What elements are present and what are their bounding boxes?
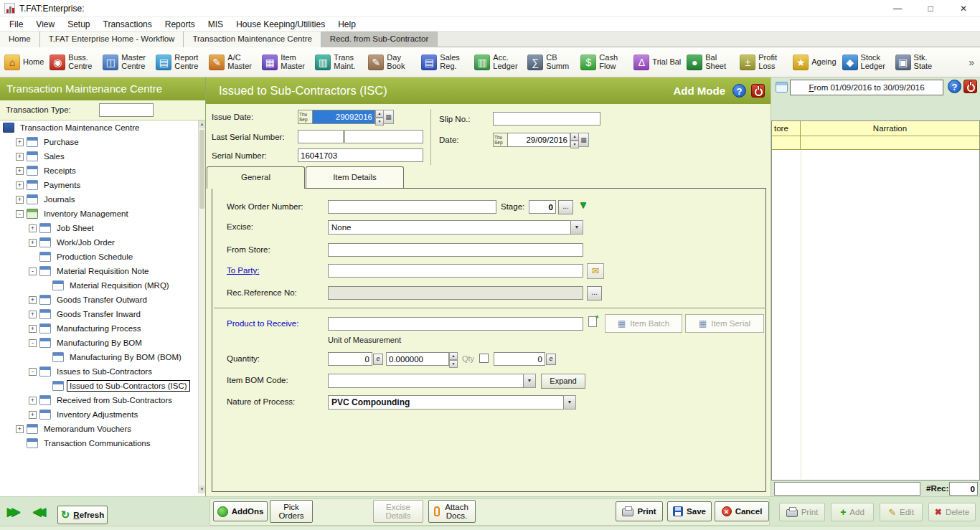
tree-item-work-job-order[interactable]: +Work/Job Order: [0, 235, 198, 250]
add-button[interactable]: + Add: [831, 503, 874, 521]
expand-icon[interactable]: +: [16, 167, 24, 175]
last-serial-input-1[interactable]: [298, 130, 344, 143]
collapse-icon[interactable]: -: [16, 210, 24, 218]
calendar-picker-icon[interactable]: ▦: [384, 110, 394, 124]
date-input[interactable]: [507, 133, 570, 147]
tree-item-issues-to-sub-contractors[interactable]: -Issues to Sub-Contractors: [0, 364, 198, 379]
alt-quantity-e-button[interactable]: e: [546, 354, 556, 365]
column-header-narration[interactable]: Narration: [801, 121, 979, 136]
mail-icon[interactable]: ✉: [587, 263, 604, 279]
expand-icon[interactable]: +: [29, 239, 37, 247]
expand-icon[interactable]: +: [16, 138, 24, 146]
tree-item-manufacturing-by-bom[interactable]: -Manufacturing By BOM: [0, 336, 198, 350]
maximize-button[interactable]: □: [914, 0, 947, 17]
item-batch-button[interactable]: ▦ Item Batch: [605, 314, 682, 333]
toolbar-button-sales-reg[interactable]: ▤Sales Reg.: [418, 49, 471, 75]
expand-icon[interactable]: +: [29, 397, 37, 404]
toolbar-button-master-centre[interactable]: ◫Master Centre: [100, 49, 153, 75]
tree-scrollbar[interactable]: ▲ ▼: [198, 120, 205, 493]
toolbar-button-stock-ledger[interactable]: ◆Stock Ledger: [839, 49, 892, 75]
delete-button[interactable]: ✖ Delete: [928, 503, 976, 521]
collapse-icon[interactable]: -: [29, 268, 37, 275]
qty-checkbox[interactable]: [479, 354, 489, 363]
expand-icon[interactable]: +: [29, 224, 37, 232]
filter-cell[interactable]: [801, 136, 979, 149]
column-header-store[interactable]: tore: [772, 121, 801, 136]
new-document-icon[interactable]: [588, 316, 597, 327]
work-order-input[interactable]: [328, 200, 496, 214]
menu-item-view[interactable]: View: [29, 19, 61, 29]
tree-item-issued-to-sub-contractors-isc[interactable]: Issued to Sub-Contractors (ISC): [0, 379, 198, 393]
help-icon[interactable]: ?: [732, 84, 746, 98]
item-serial-button[interactable]: ▦ Item Serial: [685, 314, 764, 333]
menu-item-file[interactable]: File: [3, 19, 29, 29]
tree-item-journals[interactable]: +Journals: [0, 192, 198, 207]
stage-browse-button[interactable]: ...: [558, 200, 573, 214]
issue-date-spinner[interactable]: ▲▼: [375, 110, 384, 124]
addons-button[interactable]: AddOns: [213, 501, 268, 521]
rec-reference-browse-button[interactable]: ...: [587, 286, 602, 301]
expand-icon[interactable]: +: [16, 425, 24, 433]
menu-item-reports[interactable]: Reports: [159, 19, 202, 29]
view-tab-home[interactable]: Home: [0, 32, 40, 47]
chevron-down-icon[interactable]: ▼: [564, 395, 576, 410]
menu-item-house-keeping-utilities[interactable]: House Keeping/Utilities: [230, 19, 331, 29]
scroll-down-icon[interactable]: ▼: [199, 486, 205, 493]
expand-icon[interactable]: +: [29, 296, 37, 304]
tree-item-inventory-management[interactable]: -Inventory Management: [0, 207, 198, 221]
toolbar-button-ac-master[interactable]: ✎A/C Master: [206, 49, 259, 75]
tree-item-sales[interactable]: +Sales: [0, 149, 198, 164]
toolbar-button-trans-maint[interactable]: ▥Trans Maint.: [312, 49, 365, 75]
tree-item-purchase[interactable]: +Purchase: [0, 135, 198, 149]
date-range-icon[interactable]: [776, 82, 788, 93]
tree-item-receipts[interactable]: +Receipts: [0, 164, 198, 178]
expand-icon[interactable]: +: [16, 196, 24, 204]
close-button[interactable]: ✕: [947, 0, 980, 17]
toolbar-overflow-chevron[interactable]: »: [969, 57, 979, 68]
tree-item-material-requisition-mrq[interactable]: Material Requisition (MRQ): [0, 278, 198, 293]
toolbar-button-bal-sheet[interactable]: ●Bal Sheet: [684, 49, 737, 75]
expand-icon[interactable]: +: [16, 181, 24, 189]
tree-item-memorandum-vouchers[interactable]: +Memorandum Vouchers: [0, 422, 198, 436]
menu-item-help[interactable]: Help: [331, 19, 362, 29]
expand-icon[interactable]: +: [16, 153, 24, 161]
tree-item-received-from-sub-contractors[interactable]: +Received from Sub-Contractors: [0, 393, 198, 407]
collapse-icon[interactable]: -: [29, 339, 37, 347]
to-party-label[interactable]: To Party:: [227, 266, 259, 275]
toolbar-button-stk-state[interactable]: ▣Stk. State: [892, 49, 946, 75]
tree-item-transaction-maintenance-centre[interactable]: Transaction Maintenance Centre: [0, 120, 198, 135]
issue-date-input[interactable]: [312, 110, 375, 124]
calendar-picker-icon[interactable]: ▦: [579, 133, 589, 147]
rewind-icon[interactable]: ◀◀: [33, 505, 42, 518]
tree-item-payments[interactable]: +Payments: [0, 178, 198, 192]
uom-quantity-input[interactable]: [386, 352, 449, 366]
pick-orders-button[interactable]: Pick Orders: [270, 500, 313, 523]
expand-icon[interactable]: +: [29, 411, 37, 419]
toolbar-button-home[interactable]: ⌂Home: [1, 49, 47, 75]
product-to-receive-input[interactable]: [328, 317, 583, 331]
nature-of-process-dropdown[interactable]: PVC Compounding ▼: [328, 395, 576, 410]
stage-down-arrow-icon[interactable]: ▼: [578, 199, 588, 210]
from-store-input[interactable]: [328, 243, 583, 257]
date-spinner[interactable]: ▲▼: [570, 133, 579, 147]
expand-button[interactable]: Expand: [541, 374, 585, 389]
quantity-input[interactable]: [328, 352, 372, 366]
quantity-e-button[interactable]: e: [373, 354, 383, 365]
view-tab-t-fat-enterprise-home-workflow[interactable]: T.FAT Enterprise Home - Workflow: [40, 32, 184, 47]
slip-no-input[interactable]: [493, 112, 600, 126]
toolbar-button-day-book[interactable]: ✎Day Book: [365, 49, 418, 75]
print-button[interactable]: Print: [616, 501, 663, 521]
view-tab-recd-from-sub-contractor[interactable]: Recd. from Sub-Contractor: [321, 32, 438, 47]
toolbar-button-report-centre[interactable]: ▤Report Centre: [153, 49, 206, 75]
stage-input[interactable]: [529, 200, 556, 214]
filter-cell[interactable]: [772, 136, 801, 149]
toolbar-button-business-centre[interactable]: ◉Buss. Centre: [47, 49, 100, 75]
menu-item-transactions[interactable]: Transactions: [97, 19, 159, 29]
tab-general[interactable]: General: [207, 166, 305, 189]
serial-number-input[interactable]: [298, 148, 423, 162]
toolbar-button-ageing[interactable]: ★Ageing: [790, 49, 839, 75]
item-bom-dropdown[interactable]: ▼: [328, 374, 536, 388]
record-search-input[interactable]: [774, 482, 920, 496]
tree-item-inventory-adjustments[interactable]: +Inventory Adjustments: [0, 407, 198, 422]
product-to-receive-label[interactable]: Product to Receive:: [227, 319, 298, 328]
